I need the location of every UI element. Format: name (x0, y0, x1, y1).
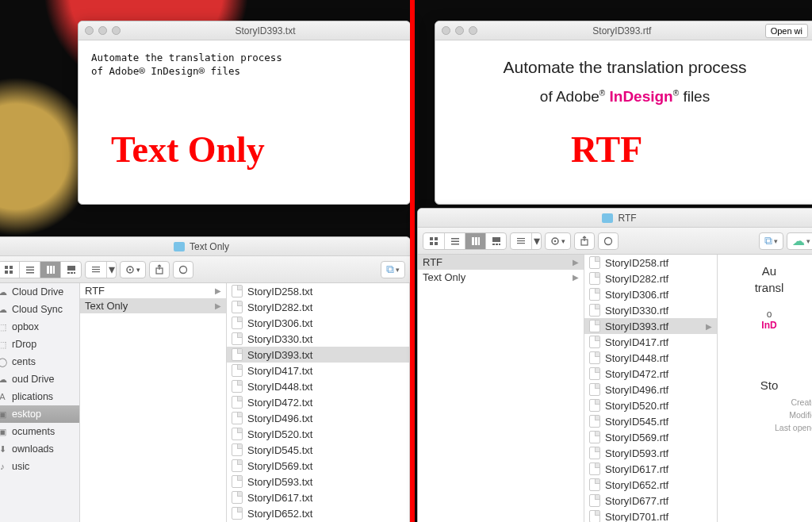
list-view-icon[interactable] (19, 261, 40, 278)
svg-rect-11 (67, 272, 70, 274)
file-item[interactable]: StoryID472.rtf▶ (584, 366, 717, 382)
action-menu[interactable]: ▾ (120, 261, 146, 278)
chevron-down-icon[interactable]: ▾ (106, 261, 116, 278)
minimize-icon[interactable] (98, 26, 107, 35)
column-view-icon[interactable] (465, 232, 485, 250)
file-item[interactable]: StoryID545.rtf▶ (584, 413, 717, 429)
share-button[interactable] (149, 261, 170, 278)
open-with-button[interactable]: Open wi (765, 24, 808, 38)
file-item[interactable]: StoryID393.rtf▶ (584, 318, 717, 334)
icon-view-icon[interactable] (423, 232, 444, 250)
zoom-icon[interactable] (469, 26, 477, 35)
file-item[interactable]: StoryID520.txt (227, 426, 409, 442)
file-item[interactable]: StoryID569.rtf▶ (584, 429, 717, 445)
sidebar-item[interactable]: ☁Cloud Drive (0, 283, 79, 301)
close-icon[interactable] (85, 26, 94, 35)
arrange-icon[interactable] (86, 261, 106, 278)
file-item[interactable]: StoryID545.txt (227, 442, 409, 458)
chevron-down-icon[interactable]: ▾ (531, 232, 541, 250)
list-view-icon[interactable] (444, 232, 465, 250)
finder-titlebar[interactable]: RTF (418, 209, 812, 228)
titlebar[interactable]: StoryID393.txt (79, 21, 410, 40)
folder-item[interactable]: Text Only▶ (80, 298, 226, 313)
arrange-icon[interactable] (511, 232, 531, 250)
file-item[interactable]: StoryID258.rtf▶ (584, 255, 717, 271)
file-item[interactable]: StoryID496.txt (227, 410, 409, 426)
arrange-segment[interactable]: ▾ (510, 232, 542, 250)
folder-icon (602, 213, 613, 223)
file-icon (589, 463, 600, 475)
file-item[interactable]: StoryID617.rtf▶ (584, 461, 717, 477)
sidebar-item-icon: ☁ (0, 305, 9, 315)
file-item[interactable]: StoryID677.rtf▶ (584, 493, 717, 509)
file-item[interactable]: StoryID282.rtf▶ (584, 271, 717, 286)
rtf-text: of Adobe (540, 88, 599, 105)
share-button[interactable] (574, 232, 595, 250)
file-item[interactable]: StoryID520.rtf▶ (584, 397, 717, 413)
file-item[interactable]: StoryID448.rtf▶ (584, 350, 717, 366)
tags-button[interactable] (598, 232, 619, 250)
tags-button[interactable] (173, 261, 193, 278)
dropbox-button[interactable]: ⧉▾ (381, 261, 405, 278)
titlebar[interactable]: StoryID393.rtf Open wi (435, 21, 812, 40)
file-name: StoryID617.txt (247, 492, 312, 504)
dropbox-button[interactable]: ⧉▾ (759, 232, 783, 250)
file-item[interactable]: StoryID496.rtf▶ (584, 382, 717, 397)
sidebar-item[interactable]: Aplications (0, 388, 79, 405)
file-item[interactable]: StoryID306.txt (227, 315, 409, 331)
sidebar-item[interactable]: ♪usic (0, 458, 79, 475)
file-icon (589, 336, 600, 348)
file-item[interactable]: StoryID282.txt (227, 299, 409, 315)
column-view-icon[interactable] (40, 261, 60, 278)
sidebar-item[interactable]: ▣ocuments (0, 423, 79, 440)
folder-item[interactable]: RTF▶ (80, 283, 226, 298)
folder-item[interactable]: RTF▶ (418, 255, 584, 270)
svg-rect-33 (496, 244, 498, 245)
file-item[interactable]: StoryID417.rtf▶ (584, 334, 717, 350)
sidebar-item[interactable]: ☁oud Drive (0, 370, 79, 388)
file-item[interactable]: StoryID593.txt (227, 474, 409, 489)
file-item[interactable]: StoryID448.txt (227, 378, 409, 394)
icon-view-icon[interactable] (0, 261, 19, 278)
view-mode-segment[interactable] (0, 261, 82, 278)
chevron-right-icon: ▶ (706, 322, 712, 331)
sidebar-item[interactable]: ⬇ownloads (0, 440, 79, 458)
view-mode-segment[interactable] (423, 232, 507, 250)
file-item[interactable]: StoryID472.txt (227, 394, 409, 410)
file-item[interactable]: StoryID330.rtf▶ (584, 302, 717, 318)
sidebar-item[interactable]: ⬚rDrop (0, 336, 79, 353)
sidebar-item[interactable]: ▣esktop (0, 405, 79, 423)
file-item[interactable]: StoryID593.rtf▶ (584, 445, 717, 461)
file-item[interactable]: StoryID306.rtf▶ (584, 286, 717, 302)
cloud-button[interactable]: ☁▾ (787, 232, 812, 250)
file-item[interactable]: StoryID569.txt (227, 458, 409, 474)
folder-name: RTF (85, 285, 105, 297)
close-icon[interactable] (442, 26, 450, 35)
zoom-icon[interactable] (112, 26, 121, 35)
file-item[interactable]: StoryID258.txt (227, 283, 409, 299)
gallery-view-icon[interactable] (60, 261, 81, 278)
finder-window-right: RTF ▾ ▾ ⧉▾ ☁▾ RTF▶Text Only▶ StoryID258.… (417, 208, 812, 522)
sidebar-item[interactable]: ⬚opbox (0, 318, 79, 336)
file-item[interactable]: StoryID617.txt (227, 489, 409, 505)
gallery-view-icon[interactable] (485, 232, 506, 250)
file-item[interactable]: StoryID417.txt (227, 363, 409, 378)
finder-titlebar[interactable]: Text Only (0, 237, 410, 256)
rtf-body[interactable]: Automate the translation process of Adob… (435, 40, 812, 123)
svg-rect-22 (435, 237, 438, 240)
file-item[interactable]: StoryID701.rtf▶ (584, 509, 717, 522)
action-menu[interactable]: ▾ (545, 232, 571, 250)
file-item[interactable]: StoryID393.txt (227, 347, 409, 363)
file-item[interactable]: StoryID652.rtf▶ (584, 477, 717, 493)
file-item[interactable]: StoryID330.txt (227, 331, 409, 347)
minimize-icon[interactable] (455, 26, 464, 35)
svg-rect-37 (517, 243, 525, 244)
chevron-right-icon: ▶ (573, 273, 579, 282)
arrange-segment[interactable]: ▾ (85, 261, 117, 278)
file-item[interactable]: StoryID652.txt (227, 505, 409, 521)
sidebar-item[interactable]: ☁Cloud Sync (0, 301, 79, 318)
folder-item[interactable]: Text Only▶ (418, 270, 584, 285)
text-body[interactable]: Automate the translation process of Adob… (79, 40, 410, 90)
sidebar-item[interactable]: ◯cents (0, 353, 79, 370)
file-icon (232, 428, 243, 440)
